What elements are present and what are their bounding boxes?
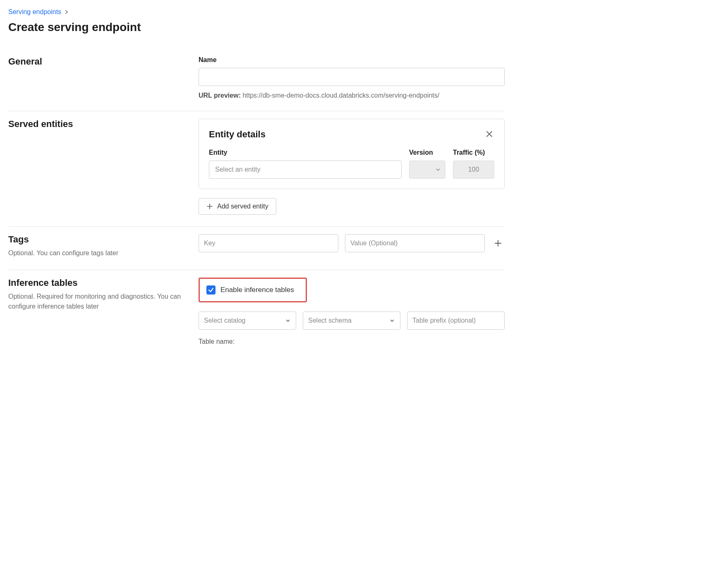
section-inference-tables: Inference tables Optional. Required for … <box>8 270 505 357</box>
entity-label: Entity <box>209 149 402 156</box>
version-label: Version <box>409 149 445 156</box>
traffic-input[interactable]: 100 <box>453 161 494 179</box>
name-label: Name <box>199 56 505 64</box>
tag-value-input[interactable] <box>345 234 485 252</box>
entity-details-title: Entity details <box>209 129 494 140</box>
add-served-entity-label: Add served entity <box>217 203 268 210</box>
check-icon <box>208 287 214 293</box>
tags-desc: Optional. You can configure tags later <box>8 248 182 258</box>
section-heading-inference: Inference tables <box>8 278 182 288</box>
traffic-value: 100 <box>468 166 479 173</box>
chevron-down-icon <box>435 167 441 172</box>
chevron-down-icon <box>285 318 291 323</box>
chevron-right-icon <box>65 10 69 14</box>
section-general: General Name URL preview: https://db-sme… <box>8 49 505 111</box>
url-preview-label: URL preview: <box>199 92 241 99</box>
plus-icon <box>206 203 213 210</box>
traffic-label: Traffic (%) <box>453 149 494 156</box>
section-heading-served: Served entities <box>8 119 182 129</box>
section-tags: Tags Optional. You can configure tags la… <box>8 227 505 270</box>
add-tag-button[interactable] <box>491 237 505 250</box>
breadcrumb: Serving endpoints <box>8 8 505 16</box>
enable-inference-checkbox-row[interactable]: Enable inference tables <box>199 278 307 302</box>
plus-icon <box>494 239 502 247</box>
section-heading-tags: Tags <box>8 234 182 245</box>
add-served-entity-button[interactable]: Add served entity <box>199 198 276 215</box>
page-title: Create serving endpoint <box>8 21 505 34</box>
entity-input[interactable] <box>209 161 402 179</box>
schema-placeholder: Select schema <box>308 317 352 324</box>
table-prefix-input[interactable] <box>407 311 505 330</box>
tag-key-input[interactable] <box>199 234 338 252</box>
breadcrumb-link-serving-endpoints[interactable]: Serving endpoints <box>8 8 61 16</box>
inference-desc: Optional. Required for monitoring and di… <box>8 292 182 311</box>
close-entity-button[interactable] <box>484 128 495 140</box>
section-served-entities: Served entities Entity details Entity Ve… <box>8 111 505 227</box>
close-icon <box>486 130 493 138</box>
schema-select[interactable]: Select schema <box>303 311 400 330</box>
table-name-label: Table name: <box>199 338 505 345</box>
entity-details-card: Entity details Entity Version <box>199 119 505 189</box>
version-select[interactable] <box>409 161 445 179</box>
url-preview-value: https://db-sme-demo-docs.cloud.databrick… <box>242 92 439 99</box>
catalog-placeholder: Select catalog <box>204 317 246 324</box>
catalog-select[interactable]: Select catalog <box>199 311 296 330</box>
enable-inference-label: Enable inference tables <box>220 286 294 294</box>
section-heading-general: General <box>8 56 182 67</box>
enable-inference-checkbox[interactable] <box>206 285 216 295</box>
chevron-down-icon <box>389 318 395 323</box>
url-preview: URL preview: https://db-sme-demo-docs.cl… <box>199 92 505 99</box>
name-input[interactable] <box>199 68 505 86</box>
